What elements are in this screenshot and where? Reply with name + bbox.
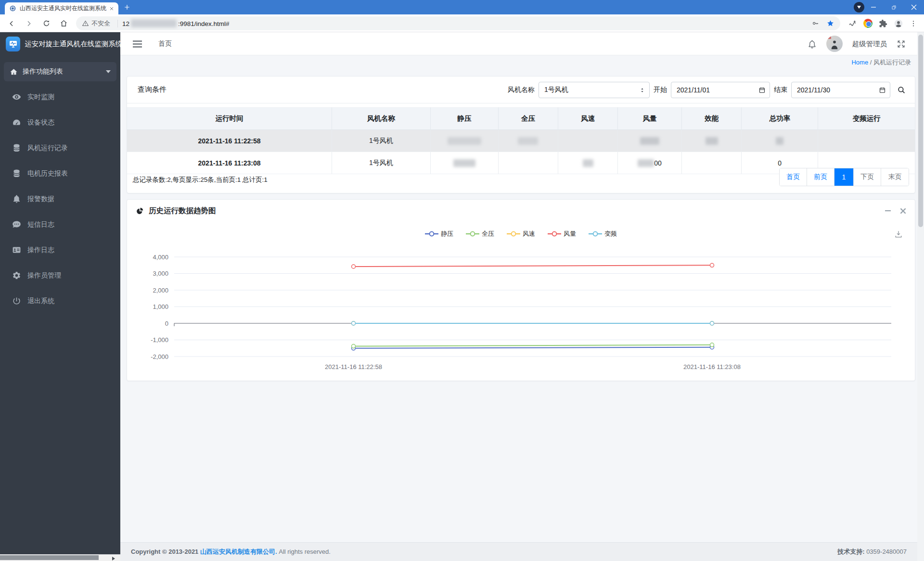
- sidebar-item-7[interactable]: 操作员管理: [0, 263, 120, 288]
- not-secure-label[interactable]: 不安全: [91, 19, 110, 28]
- hamburger-menu-icon[interactable]: [133, 40, 142, 48]
- browser-menu-dots-icon[interactable]: [910, 20, 917, 27]
- calendar-icon[interactable]: [758, 87, 766, 94]
- footer: Copyright © 2013-2021 山西运安风机制造有限公司. All …: [120, 542, 917, 561]
- sidebar-item-2[interactable]: 风机运行记录: [0, 135, 120, 161]
- forward-icon[interactable]: [25, 20, 33, 27]
- back-icon[interactable]: [8, 20, 15, 27]
- sidebar-menu-header[interactable]: 操作功能列表: [4, 62, 116, 81]
- url-bar[interactable]: 不安全 12:9981/index.html#: [76, 16, 840, 30]
- fullscreen-icon[interactable]: [897, 39, 906, 49]
- notification-bell-icon[interactable]: [808, 39, 817, 49]
- extension-icon[interactable]: [848, 19, 857, 28]
- sidebar-item-1[interactable]: 设备状态: [0, 110, 120, 135]
- gauge-icon: [12, 118, 21, 127]
- table-cell: [498, 152, 558, 174]
- sidebar-item-4[interactable]: 报警数据: [0, 186, 120, 212]
- redacted-value-patch: [518, 137, 538, 145]
- chrome-icon[interactable]: [863, 19, 873, 28]
- start-date-input[interactable]: 2021/11/01: [671, 82, 770, 98]
- close-card-icon[interactable]: [900, 208, 906, 214]
- svg-text:2021-11-16 11:22:58: 2021-11-16 11:22:58: [325, 363, 382, 370]
- table-cell: [430, 152, 498, 174]
- reload-icon[interactable]: [42, 19, 51, 27]
- table-row[interactable]: 2021-11-16 11:22:581号风机: [127, 130, 915, 152]
- sidebar-item-8[interactable]: 退出系统: [0, 288, 120, 314]
- table-header-cell: 风速: [558, 108, 617, 130]
- browser-tab[interactable]: 山西运安主通风实时在线监测系统: [5, 2, 118, 14]
- bookmark-star-icon[interactable]: [826, 19, 834, 27]
- fan-select[interactable]: 1号风机: [539, 82, 650, 98]
- sidebar-item-3[interactable]: 电机历史报表: [0, 161, 120, 186]
- pagination-prev-button[interactable]: 前页: [807, 168, 834, 186]
- end-date-label: 结束: [774, 86, 787, 94]
- legend-item-全压[interactable]: 全压: [466, 230, 494, 238]
- sidebar-item-label: 退出系统: [27, 297, 54, 306]
- extensions-puzzle-icon[interactable]: [879, 19, 887, 28]
- database-icon: [12, 143, 21, 153]
- pagination-page-1-button[interactable]: 1: [834, 168, 854, 186]
- home-icon: [10, 68, 18, 76]
- window-close-button[interactable]: [904, 0, 924, 14]
- start-date-label: 开始: [654, 86, 667, 94]
- svg-text:1,000: 1,000: [153, 303, 168, 310]
- collapse-card-icon[interactable]: [885, 207, 891, 214]
- table-cell: 2021-11-16 11:23:08: [127, 152, 332, 174]
- redacted-value-patch: [776, 137, 783, 145]
- svg-text:2,000: 2,000: [153, 287, 168, 294]
- tab-search-button[interactable]: [854, 2, 864, 13]
- sidebar-hscrollbar-arrow-icon[interactable]: [112, 557, 115, 561]
- eye-icon: [12, 92, 21, 102]
- topbar-home-link[interactable]: 首页: [158, 39, 172, 48]
- table-cell: [558, 130, 617, 152]
- pagination-first-button[interactable]: 首页: [780, 168, 807, 186]
- svg-text:4,000: 4,000: [153, 254, 168, 261]
- sidebar-item-0[interactable]: 实时监测: [0, 84, 120, 110]
- power-icon: [12, 296, 21, 306]
- sidebar-item-label: 操作员管理: [27, 271, 61, 280]
- url-divider: [117, 20, 118, 27]
- browser-home-icon[interactable]: [60, 19, 68, 27]
- end-date-input[interactable]: 2021/11/30: [791, 82, 890, 98]
- site-favicon: [9, 5, 16, 12]
- pagination-last-button[interactable]: 末页: [881, 168, 909, 186]
- sidebar-item-label: 操作日志: [27, 246, 54, 255]
- window-minimize-button[interactable]: [863, 0, 884, 14]
- table-cell: [558, 152, 617, 174]
- tab-close-icon[interactable]: [109, 6, 115, 12]
- legend-item-静压[interactable]: 静压: [425, 230, 453, 238]
- svg-text:-1,000: -1,000: [151, 336, 168, 344]
- user-avatar[interactable]: [826, 36, 843, 52]
- table-cell: [498, 130, 558, 152]
- download-chart-icon[interactable]: [894, 230, 903, 239]
- database-icon: [12, 169, 21, 178]
- calendar-icon[interactable]: [879, 87, 886, 94]
- url-text[interactable]: 12:9981/index.html#: [122, 19, 230, 27]
- search-button[interactable]: [897, 86, 906, 95]
- window-restore-button[interactable]: [884, 0, 904, 14]
- table-header-cell: 总功率: [742, 108, 818, 130]
- new-tab-button[interactable]: [123, 3, 131, 11]
- legend-item-变频[interactable]: 变频: [589, 230, 617, 238]
- pagination-next-button[interactable]: 下页: [854, 168, 881, 186]
- fan-name-label: 风机名称: [508, 86, 535, 94]
- legend-item-风量[interactable]: 风量: [548, 230, 576, 238]
- app-logo-header: 运安对旋主通风机在线监测系统: [0, 32, 120, 56]
- sidebar-item-6[interactable]: 操作日志: [0, 237, 120, 263]
- browser-profile-avatar[interactable]: [894, 19, 903, 28]
- chevron-down-icon: [106, 70, 111, 73]
- table-header-cell: 运行时间: [127, 108, 332, 130]
- select-caret-icon: [639, 87, 645, 94]
- password-key-icon[interactable]: [811, 19, 820, 27]
- query-row: 查询条件 风机名称 1号风机 开始 2021/11/01 结束: [127, 76, 915, 103]
- sidebar-hscrollbar-thumb[interactable]: [0, 555, 99, 560]
- bell-icon: [12, 194, 21, 204]
- username-label[interactable]: 超级管理员: [852, 39, 887, 49]
- breadcrumb-home-link[interactable]: Home: [851, 59, 868, 66]
- svg-text:3,000: 3,000: [153, 270, 168, 277]
- legend-item-风速[interactable]: 风速: [507, 230, 535, 238]
- svg-text:-2,000: -2,000: [151, 353, 168, 360]
- sidebar-item-5[interactable]: 短信日志: [0, 212, 120, 237]
- page-vscrollbar-thumb[interactable]: [918, 35, 923, 227]
- redacted-value-patch: [640, 137, 659, 145]
